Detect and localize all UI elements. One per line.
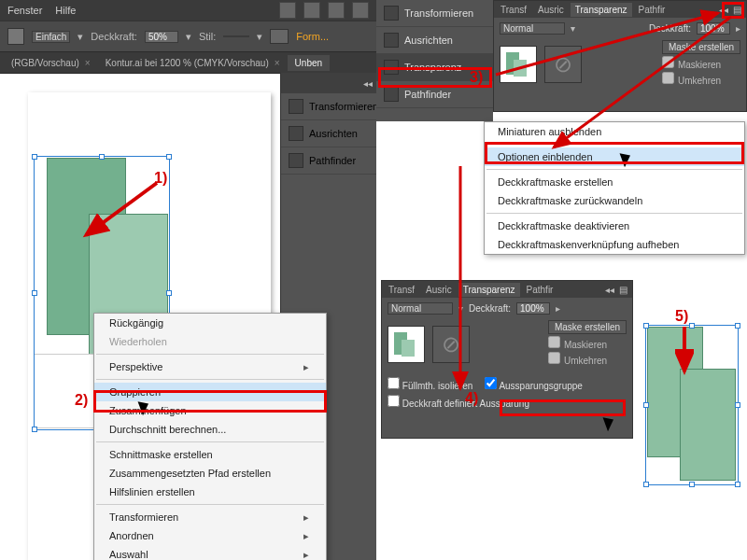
opacity-input[interactable] [145,31,178,43]
opacity-label: Deckkraft: [91,31,137,42]
result-canvas [638,299,747,513]
ctx-group[interactable]: Gruppieren [94,383,326,401]
transparency-panel-top: Transf Ausric Transparenz Pathfir ◂◂ ▤ N… [493,0,747,112]
ctx-redo: Wiederholen [94,332,326,351]
style-icon[interactable] [270,29,289,44]
tab-transparency[interactable]: Transparenz [571,3,632,17]
opacity-input[interactable] [516,302,550,315]
opacity-thumb[interactable] [388,326,425,363]
document-tabstrip: (RGB/Vorschau)× Kontur.ai bei 1200 % (CM… [0,52,376,73]
swatch-icon[interactable] [7,28,24,45]
cb-mask: Maskieren [662,56,740,70]
panel-pathfinder[interactable]: Pathfinder [281,147,376,175]
workspace-icon[interactable] [279,2,296,19]
fly-disable-opmask[interactable]: Deckkraftmaske deaktivieren [485,217,744,235]
style-label: Stil: [199,31,216,42]
annotation-2: 2) [75,392,88,409]
transform-icon [289,99,303,114]
collapse-icon[interactable]: ◂◂ [363,78,373,89]
annotation-5: 5) [675,308,688,325]
tab-pathfinder[interactable]: Pathfir [634,3,670,17]
fly-revert-opmask[interactable]: Deckkraftmaske zurückwandeln [485,191,744,210]
ctx-transform[interactable]: Transformieren [94,508,326,526]
tab-transform[interactable]: Transf [384,283,419,297]
opacity-thumb[interactable] [500,46,537,83]
ctx-avg[interactable]: Durchschnitt berechnen... [94,420,326,439]
collapse-icon[interactable]: ◂◂ [719,5,728,15]
panel-transform[interactable]: Transformieren [376,0,493,27]
mask-thumb-none[interactable]: ⊘ [544,46,582,83]
ctx-perspective[interactable]: Perspektive [94,357,326,376]
opacity-label: Deckkraft: [469,303,511,314]
tab-align[interactable]: Ausric [421,283,457,297]
result-selection [645,325,739,485]
tab-pathfinder[interactable]: Pathfir [522,283,558,297]
fly-show-options[interactable]: Optionen einblenden [485,147,744,166]
panel-transform[interactable]: Transformieren [281,93,376,120]
transparency-panel-expanded: Transf Ausric Transparenz Pathfir ◂◂ ▤ N… [381,280,633,439]
tab-transparency[interactable]: Transparenz [458,283,520,297]
annotation-1: 1) [154,170,167,187]
cb-mask: Maskieren [548,336,627,350]
cb-invert: Umkehren [662,72,740,86]
make-mask-button[interactable]: Maske erstellen [548,320,627,334]
control-toolbar: Einfach▾ Deckkraft: ▾ Stil: ▾ Form... [0,21,376,52]
flyout-menu-icon[interactable]: ▤ [730,5,744,15]
cb-knockout[interactable]: Aussparungsgruppe [485,381,583,391]
pathfinder-icon [289,153,303,168]
tab-align[interactable]: Ausric [533,3,569,17]
fly-unlink-opmask[interactable]: Deckkraftmaskenverknüpfung aufheben [485,235,744,254]
panel-align[interactable]: Ausrichten [281,120,376,147]
mask-thumb-none[interactable]: ⊘ [432,326,470,363]
annotation-4: 4) [465,390,478,407]
transform-icon [384,6,399,21]
collapse-icon[interactable]: ◂◂ [605,285,614,295]
panel-flyout-menu: Miniaturen ausblenden Optionen einblende… [484,121,745,255]
tab-transform[interactable]: Transf [496,3,531,17]
ctx-compound[interactable]: Zusammengesetzten Pfad erstellen [94,464,326,483]
stroke-mode-select[interactable]: Einfach [32,31,70,43]
flyout-menu-icon[interactable]: ▤ [616,285,630,295]
style-select[interactable] [223,35,249,37]
doc-tab-1[interactable]: (RGB/Vorschau)× [4,55,98,71]
arrange-icon[interactable] [328,2,345,19]
menubar: Fenster Hilfe [0,0,376,21]
make-mask-button[interactable]: Maske erstellen [662,40,740,54]
opacity-label: Deckkraft: [649,23,691,34]
align-icon [289,126,303,141]
align-icon [384,33,399,48]
pathfinder-icon [384,87,399,102]
fly-hide-thumbs[interactable]: Miniaturen ausblenden [485,122,744,141]
cursor-icon [622,151,633,168]
opacity-input[interactable] [697,22,730,35]
doc-tab-3[interactable]: Unben [288,55,330,71]
ctx-select[interactable]: Auswahl [94,545,326,560]
context-menu: Rückgängig Wiederholen Perspektive Grupp… [93,313,327,560]
ctx-guides[interactable]: Hilfslinien erstellen [94,483,326,501]
cb-isolate[interactable]: Füllmth. isolieren [388,381,472,391]
close-icon[interactable]: × [275,58,280,68]
ctx-join[interactable]: Zusammenfügen [94,401,326,420]
close-icon[interactable]: × [85,58,91,68]
recolor-button[interactable]: Form... [296,31,329,42]
ctx-clip[interactable]: Schnittmaske erstellen [94,445,326,464]
doc-tab-2[interactable]: Kontur.ai bei 1200 % (CMYK/Vorschau)× [98,55,288,71]
ctx-arrange[interactable]: Anordnen [94,526,326,545]
blend-mode-select[interactable]: Normal [388,302,453,315]
fly-make-opmask[interactable]: Deckkraftmaske erstellen [485,173,744,191]
cloud-icon[interactable] [352,2,369,19]
menu-fenster[interactable]: Fenster [7,5,42,16]
transparency-icon [384,60,399,75]
panel-dock-right: Transformieren Ausrichten Transparenz Pa… [376,0,493,121]
cursor-icon [140,399,151,416]
menu-hilfe[interactable]: Hilfe [55,5,76,16]
cursor-icon [605,415,616,432]
panel-align[interactable]: Ausrichten [376,27,493,54]
layout-icon[interactable] [303,2,320,19]
blend-mode-select[interactable]: Normal [500,22,565,35]
panel-dock-header: ◂◂ [281,73,376,93]
annotation-3: 3) [470,69,483,86]
cb-define-knockout[interactable]: Deckkraft definiert Aussparung [388,399,529,409]
cb-invert: Umkehren [548,352,627,366]
ctx-undo[interactable]: Rückgängig [94,314,326,332]
